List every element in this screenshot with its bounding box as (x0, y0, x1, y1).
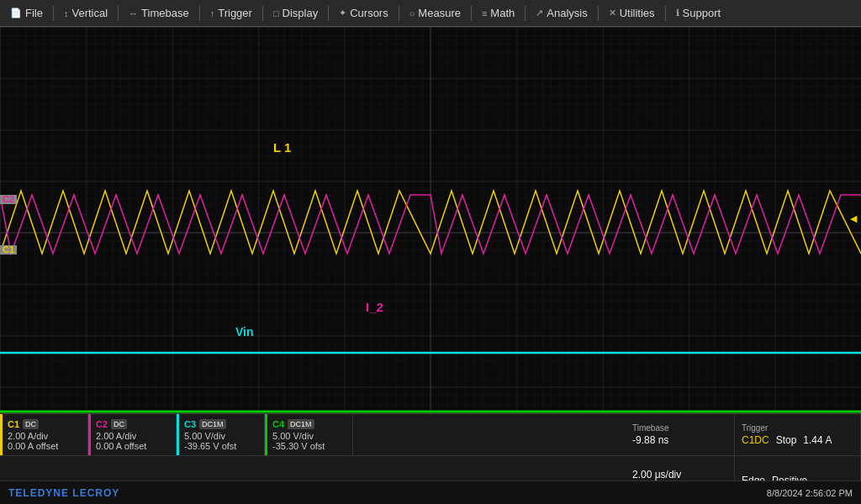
ch1-scale: 2.00 A/div (8, 431, 82, 441)
measure-icon: ○ (409, 8, 415, 18)
display-icon: □ (273, 8, 279, 18)
trigger-mode: Stop (776, 434, 797, 446)
datetime-display: 8/8/2024 2:56:02 PM (767, 488, 853, 498)
menu-divider-2 (118, 6, 119, 21)
trigger-channel: C1DC (742, 434, 769, 446)
menu-cursors[interactable]: ✦ Cursors (332, 4, 395, 22)
menu-divider-9 (598, 6, 599, 21)
brand-bar: TELEDYNE LECROY 8/8/2024 2:56:02 PM (0, 480, 861, 504)
ch1-name: C1 (8, 419, 19, 429)
menu-vertical[interactable]: ↕ Vertical (57, 4, 114, 22)
trigger-label: Trigger (742, 423, 853, 433)
timebase-us: 2.00 μs/div (632, 469, 727, 480)
ch1-dc: DC (23, 419, 39, 429)
ch4-offset: -35.30 V ofst (272, 441, 347, 451)
menu-display[interactable]: □ Display (267, 4, 325, 22)
menu-measure[interactable]: ○ Measure (403, 4, 467, 22)
ch3-scale: 5.00 V/div (184, 431, 259, 441)
channel2-block: C2 DC 2.00 A/div 0.00 A offset (88, 414, 177, 455)
menu-support[interactable]: ℹ Support (669, 4, 728, 22)
ch3-dc: DC1M (199, 419, 226, 429)
ch4-dc: DC1M (288, 419, 314, 429)
ch3-offset: -39.65 V ofst (184, 441, 259, 451)
ch2-scale: 2.00 A/div (96, 431, 171, 441)
ch1-offset: 0.00 A offset (8, 441, 82, 451)
channel4-block: C4 DC1M 5.00 V/div -35.30 V ofst (265, 414, 353, 455)
menu-bar: 📄 File ↕ Vertical ↔ Timebase ↑ Trigger □… (0, 0, 861, 27)
menu-file[interactable]: 📄 File (3, 4, 50, 22)
ch2-dc: DC (111, 419, 127, 429)
timebase-ns: -9.88 ns (632, 434, 727, 446)
vertical-icon: ↕ (64, 8, 69, 18)
trigger-marker: ◄ (848, 212, 859, 225)
menu-divider-6 (399, 6, 399, 21)
timebase-icon: ↔ (129, 8, 138, 18)
waveform-display (0, 27, 861, 438)
ch2-name: C2 (96, 419, 108, 429)
trigger-label-block: Trigger C1DC Stop 1.44 A (735, 414, 861, 455)
menu-divider-10 (665, 6, 666, 21)
channel1-block: C1 DC 2.00 A/div 0.00 A offset (0, 414, 88, 455)
ch4-name: C4 (272, 419, 284, 429)
ch1-marker: C1 (0, 245, 17, 255)
menu-math[interactable]: ≡ Math (475, 4, 521, 22)
menu-divider-4 (262, 6, 263, 21)
menu-divider-3 (199, 6, 200, 21)
status-bar: C1 DC 2.00 A/div 0.00 A offset C2 DC 2.0… (0, 413, 861, 504)
menu-utilities[interactable]: ✕ Utilities (602, 4, 662, 22)
trigger-level: 1.44 A (803, 434, 832, 446)
brand-name: TELEDYNE LECROY (8, 487, 119, 499)
menu-divider-5 (328, 6, 329, 21)
ch4-scale: 5.00 V/div (272, 431, 347, 441)
file-icon: 📄 (10, 8, 22, 18)
menu-divider-8 (525, 6, 526, 21)
cursors-icon: ✦ (339, 8, 346, 18)
support-icon: ℹ (676, 8, 679, 18)
trigger-icon: ↑ (210, 8, 215, 18)
channel3-block: C3 DC1M 5.00 V/div -39.65 V ofst (177, 414, 265, 455)
menu-timebase[interactable]: ↔ Timebase (122, 4, 196, 22)
menu-divider (53, 6, 54, 21)
analysis-icon: ↗ (536, 8, 543, 18)
timebase-label: Timebase (632, 423, 727, 433)
ch2-offset: 0.00 A offset (96, 441, 171, 451)
menu-trigger[interactable]: ↑ Trigger (203, 4, 259, 22)
math-icon: ≡ (482, 8, 487, 18)
ch2-marker: C2 (0, 195, 17, 204)
ch3-name: C3 (184, 419, 196, 429)
channel-info-row: C1 DC 2.00 A/div 0.00 A offset C2 DC 2.0… (0, 414, 861, 456)
menu-analysis[interactable]: ↗ Analysis (529, 4, 594, 22)
utilities-icon: ✕ (609, 8, 616, 18)
menu-divider-7 (471, 6, 472, 21)
scope-display: C1 C2 ◄ L 1 I_2 Vin Vout (0, 27, 861, 438)
timebase-block: Timebase -9.88 ns (626, 414, 735, 455)
